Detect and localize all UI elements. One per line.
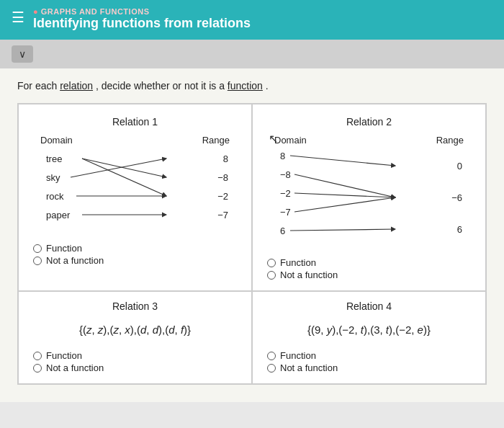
header: ☰ ● GRAPHS AND FUNCTIONS Identifying fun… <box>0 0 504 40</box>
relation-2-cell: Relation 2 ↖ Domain Range 8 −8 −2 −7 6 0… <box>252 104 486 291</box>
relation-1-diagram: Domain Range tree sky rock paper 8 −8 −2… <box>33 135 237 236</box>
radio-circle[interactable] <box>267 364 276 373</box>
radio-circle[interactable] <box>267 259 276 267</box>
radio-circle[interactable] <box>267 352 276 360</box>
header-text: ● GRAPHS AND FUNCTIONS Identifying funct… <box>33 7 251 31</box>
svg-line-5 <box>290 156 395 166</box>
relation-2-arrows <box>267 135 471 250</box>
relation-3-title: Relation 3 <box>33 300 237 312</box>
relations-grid: Relation 1 Domain Range tree sky rock pa… <box>17 103 487 385</box>
dropdown-row: ∨ <box>0 40 504 68</box>
radio-circle[interactable] <box>33 352 42 360</box>
relation-1-options: Function Not a function <box>33 243 237 266</box>
relation-1-title: Relation 1 <box>33 116 237 128</box>
relation-2-options: Function Not a function <box>267 257 471 280</box>
relation-3-set: {(z, z),(z, x),(d, d),(d, f)} <box>33 324 237 336</box>
svg-line-9 <box>290 229 395 231</box>
header-title: Identifying functions from relations <box>33 16 251 31</box>
hamburger-icon[interactable]: ☰ <box>12 9 24 26</box>
relation-4-cell: Relation 4 {(9, y),(−2, t),(3, t),(−2, e… <box>252 291 486 384</box>
relation-4-set: {(9, y),(−2, t),(3, t),(−2, e)} <box>267 324 471 336</box>
relation-4-notfunction-option[interactable]: Not a function <box>267 362 471 373</box>
svg-line-8 <box>294 197 395 212</box>
relation-1-notfunction-option[interactable]: Not a function <box>33 255 237 266</box>
svg-line-0 <box>82 159 166 196</box>
radio-circle[interactable] <box>33 364 42 373</box>
relation-2-notfunction-option[interactable]: Not a function <box>267 269 471 280</box>
dropdown-button[interactable]: ∨ <box>12 45 33 63</box>
red-dot-icon: ● <box>33 7 38 16</box>
relation-4-options: Function Not a function <box>267 350 471 373</box>
radio-circle[interactable] <box>267 271 276 280</box>
relation-3-function-option[interactable]: Function <box>33 350 237 361</box>
relation-1-function-option[interactable]: Function <box>33 243 237 254</box>
content-area: For each relation , decide whether or no… <box>0 68 504 402</box>
relation-2-function-option[interactable]: Function <box>267 257 471 268</box>
relation-2-diagram: ↖ Domain Range 8 −8 −2 −7 6 0 −6 6 <box>267 135 471 250</box>
relation-1-arrows <box>33 135 237 236</box>
relation-4-function-option[interactable]: Function <box>267 350 471 361</box>
header-subtitle: ● GRAPHS AND FUNCTIONS <box>33 7 251 16</box>
relation-1-cell: Relation 1 Domain Range tree sky rock pa… <box>18 104 252 291</box>
radio-circle[interactable] <box>33 244 42 253</box>
relation-3-options: Function Not a function <box>33 350 237 373</box>
relation-4-title: Relation 4 <box>267 300 471 312</box>
relation-3-notfunction-option[interactable]: Not a function <box>33 362 237 373</box>
relation-2-title: Relation 2 <box>267 116 471 128</box>
relation-3-cell: Relation 3 {(z, z),(z, x),(d, d),(d, f)}… <box>18 291 252 384</box>
radio-circle[interactable] <box>33 257 42 265</box>
instruction-text: For each relation , decide whether or no… <box>17 80 487 92</box>
